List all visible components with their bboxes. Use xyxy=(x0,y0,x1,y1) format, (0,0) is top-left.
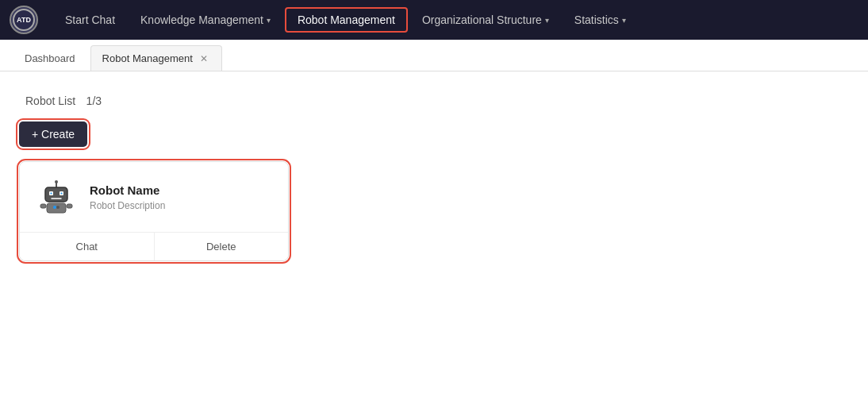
chevron-down-icon: ▾ xyxy=(545,16,549,25)
delete-button[interactable]: Delete xyxy=(154,233,289,260)
close-tab-icon[interactable]: ✕ xyxy=(198,52,210,65)
tabs-bar: Dashboard Robot Management ✕ xyxy=(0,40,868,71)
robot-info: Robot Name Robot Description xyxy=(90,183,272,211)
page-title: Robot List 1/3 xyxy=(19,91,849,109)
logo-icon: ATD xyxy=(10,6,38,34)
main-content: Robot List 1/3 + Create xyxy=(0,71,868,405)
create-button[interactable]: + Create xyxy=(19,122,87,147)
nav-item-statistics[interactable]: Statistics ▾ xyxy=(563,9,637,31)
chevron-down-icon: ▾ xyxy=(267,16,271,25)
chevron-down-icon: ▾ xyxy=(622,16,626,25)
svg-rect-11 xyxy=(40,204,46,208)
svg-rect-7 xyxy=(51,193,52,195)
robot-name: Robot Name xyxy=(90,183,272,197)
robot-card-footer: Chat Delete xyxy=(20,232,288,260)
svg-point-3 xyxy=(55,180,58,183)
svg-rect-4 xyxy=(45,187,67,202)
nav-item-start-chat[interactable]: Start Chat xyxy=(54,9,126,31)
tab-dashboard[interactable]: Dashboard xyxy=(13,45,87,71)
logo: ATD xyxy=(10,6,38,34)
svg-point-14 xyxy=(56,206,60,209)
svg-rect-8 xyxy=(61,193,63,195)
svg-point-13 xyxy=(53,206,56,209)
svg-text:ATD: ATD xyxy=(17,16,31,24)
nav-item-robot-management[interactable]: Robot Management xyxy=(285,7,408,33)
robot-description: Robot Description xyxy=(90,200,272,211)
robot-icon xyxy=(36,176,77,218)
nav-item-organizational-structure[interactable]: Organizational Structure ▾ xyxy=(411,9,560,31)
chat-button[interactable]: Chat xyxy=(20,233,154,260)
svg-rect-10 xyxy=(47,203,66,213)
robot-card: Robot Name Robot Description Chat Delete xyxy=(19,161,289,261)
nav-item-knowledge-management[interactable]: Knowledge Management ▾ xyxy=(129,9,282,31)
robot-card-body: Robot Name Robot Description xyxy=(20,162,288,232)
tab-robot-management[interactable]: Robot Management ✕ xyxy=(90,45,222,71)
top-nav: ATD Start Chat Knowledge Management ▾ Ro… xyxy=(0,0,868,40)
svg-rect-12 xyxy=(67,204,72,208)
